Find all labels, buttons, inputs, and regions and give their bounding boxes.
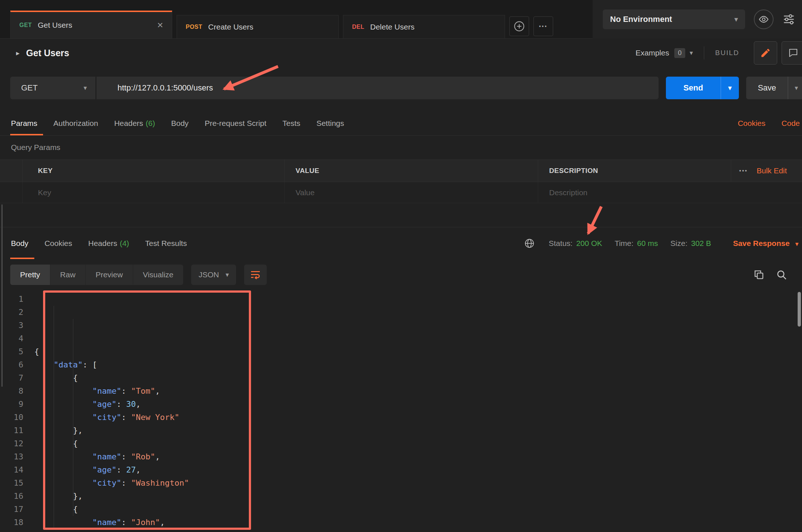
line-number: 6 <box>0 358 23 371</box>
plus-circle-icon <box>513 20 525 32</box>
save-button[interactable]: Save ▾ <box>746 77 802 99</box>
environment-area: No Environment ▾ <box>593 0 802 39</box>
wrap-lines-button[interactable] <box>244 265 267 285</box>
view-visualize[interactable]: Visualize <box>133 265 184 285</box>
tab-label: Settings <box>316 119 344 128</box>
description-input[interactable] <box>549 188 789 197</box>
response-body-viewer[interactable]: 123456789101112131415161718 { "data": [ … <box>0 291 802 532</box>
code-line: { <box>34 371 802 385</box>
tab-params[interactable]: Params <box>10 111 45 135</box>
tab-options-button[interactable]: ••• <box>533 16 553 36</box>
code-line: { <box>34 437 802 450</box>
tab-label: Headers <box>114 119 143 128</box>
tab-prerequest-script[interactable]: Pre-request Script <box>197 111 274 135</box>
close-icon[interactable]: × <box>157 20 163 30</box>
time-badge: Time: 60 ms <box>614 239 658 248</box>
eye-icon <box>758 14 769 25</box>
response-tab-body[interactable]: Body <box>10 227 36 259</box>
save-options-caret[interactable]: ▾ <box>788 77 802 99</box>
code-line: "name": "Tom", <box>34 385 802 398</box>
send-label[interactable]: Send <box>666 77 721 99</box>
value-input[interactable] <box>296 188 526 197</box>
method-dropdown[interactable]: GET ▾ <box>10 77 96 99</box>
send-options-caret[interactable]: ▾ <box>721 77 739 99</box>
size-label: Size: <box>670 239 687 248</box>
divider <box>704 46 704 59</box>
tab-body[interactable]: Body <box>163 111 197 135</box>
chevron-down-icon: ▾ <box>734 15 738 23</box>
response-tab-headers[interactable]: Headers (4) <box>80 227 137 259</box>
tab-authorization[interactable]: Authorization <box>45 111 106 135</box>
time-value: 60 ms <box>637 239 658 248</box>
code-link[interactable]: Code <box>782 119 800 128</box>
pencil-icon <box>760 47 771 58</box>
tab-tests[interactable]: Tests <box>274 111 308 135</box>
send-button[interactable]: Send ▾ <box>666 77 739 99</box>
tab-create-users[interactable]: POST Create Users <box>177 15 339 38</box>
code-line: "age": 25, <box>34 529 802 532</box>
code-line: "city": "New York" <box>34 411 802 424</box>
line-number: 13 <box>0 450 23 463</box>
method-badge-del: DEL <box>352 24 365 30</box>
comments-button[interactable] <box>782 41 802 65</box>
line-number: 17 <box>0 503 23 516</box>
tab-headers[interactable]: Headers (6) <box>106 111 163 135</box>
save-response-button[interactable]: Save Response ▾ <box>733 239 798 248</box>
bulk-edit-link[interactable]: Bulk Edit <box>757 166 787 175</box>
line-number: 11 <box>0 424 23 437</box>
request-header: ▸ Get Users Examples 0 ▾ BUILD <box>0 39 802 67</box>
line-numbers: 123456789101112131415161718 <box>0 291 28 532</box>
environment-quick-look-button[interactable] <box>754 9 774 29</box>
globe-icon <box>524 238 535 249</box>
save-response-label: Save Response <box>733 239 790 247</box>
response-tab-cookies[interactable]: Cookies <box>36 227 80 259</box>
left-scrollbar[interactable] <box>1 204 3 387</box>
description-cell <box>538 182 802 203</box>
chevron-down-icon: ▾ <box>795 241 798 247</box>
settings-sliders-button[interactable] <box>782 13 795 26</box>
response-tab-test-results[interactable]: Test Results <box>137 227 195 259</box>
line-number: 2 <box>0 306 23 319</box>
more-icon[interactable]: ••• <box>739 168 748 174</box>
workspace-tabbar: GET Get Users × POST Create Users DEL De… <box>0 0 802 39</box>
network-info-button[interactable] <box>524 238 535 249</box>
search-icon[interactable] <box>776 269 787 281</box>
response-header: Body Cookies Headers (4) Test Results St… <box>0 227 802 259</box>
code-line: "name": "John", <box>34 516 802 529</box>
status-value: 200 OK <box>576 239 602 248</box>
response-toolbar: Pretty Raw Preview Visualize JSON ▾ <box>10 263 802 286</box>
header-value: VALUE <box>285 160 538 182</box>
copy-icon[interactable] <box>753 269 765 281</box>
key-input[interactable] <box>38 188 272 197</box>
line-number: 8 <box>0 385 23 398</box>
environment-selector[interactable]: No Environment ▾ <box>603 9 745 29</box>
value-cell <box>285 182 538 203</box>
tab-settings[interactable]: Settings <box>308 111 352 135</box>
url-input[interactable]: http://127.0.0.1:5000/users <box>96 83 213 93</box>
more-icon: ••• <box>539 23 548 29</box>
save-label[interactable]: Save <box>746 77 788 99</box>
new-tab-button[interactable] <box>509 16 529 36</box>
chevron-down-icon: ▾ <box>225 271 229 279</box>
view-pretty[interactable]: Pretty <box>10 265 50 285</box>
edit-request-button[interactable] <box>754 41 777 65</box>
response-scrollbar[interactable] <box>798 292 801 327</box>
table-header-row: KEY VALUE DESCRIPTION ••• Bulk Edit <box>0 159 802 182</box>
chevron-down-icon: ▾ <box>84 84 87 92</box>
chevron-down-icon[interactable]: ▾ <box>690 49 693 57</box>
indent-guide <box>54 306 54 529</box>
sliders-icon <box>782 13 795 26</box>
line-number: 3 <box>0 319 23 332</box>
url-box: GET ▾ http://127.0.0.1:5000/users <box>10 77 659 99</box>
cookies-link[interactable]: Cookies <box>738 119 766 128</box>
postman-app: GET Get Users × POST Create Users DEL De… <box>0 0 802 532</box>
view-raw[interactable]: Raw <box>50 265 86 285</box>
code-lines: { "data": [ { "name": "Tom", "age": 30, … <box>28 291 802 532</box>
collapse-caret-icon[interactable]: ▸ <box>16 49 20 57</box>
format-dropdown[interactable]: JSON ▾ <box>191 265 236 285</box>
tab-delete-users[interactable]: DEL Delete Users <box>343 15 505 38</box>
tab-get-users[interactable]: GET Get Users × <box>10 11 172 38</box>
view-preview[interactable]: Preview <box>86 265 133 285</box>
examples-label[interactable]: Examples <box>636 49 669 57</box>
line-number: 10 <box>0 411 23 424</box>
